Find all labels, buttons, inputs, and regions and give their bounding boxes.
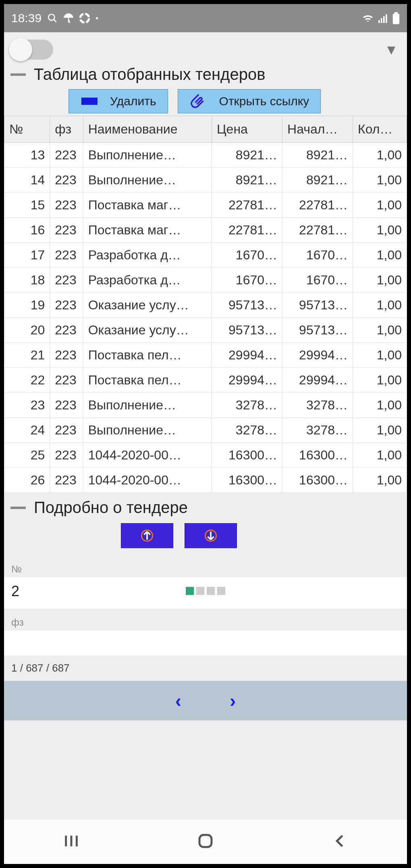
svg-rect-6	[386, 14, 387, 23]
cell-name: 1044-2020-00…	[83, 443, 212, 468]
svg-rect-8	[393, 14, 399, 24]
circle-icon	[79, 13, 90, 23]
col-header-name[interactable]: Наименование	[83, 116, 212, 143]
cell-no: 16	[4, 218, 50, 243]
system-nav-bar	[4, 820, 407, 864]
col-header-price[interactable]: Цена	[212, 116, 282, 143]
cell-start: 95713…	[282, 318, 353, 343]
recents-button[interactable]	[63, 833, 79, 851]
cell-fz: 223	[50, 218, 83, 243]
back-button[interactable]	[332, 833, 348, 851]
cell-no: 18	[4, 268, 50, 293]
cell-price: 8921…	[212, 168, 282, 193]
table-row[interactable]: 22223Поставка пел…29994…29994…1,00	[4, 368, 407, 393]
cell-price: 16300…	[212, 443, 282, 468]
cell-qty: 1,00	[353, 318, 407, 343]
table-section-title: Таблица отобранных тендеров	[34, 65, 265, 83]
col-header-qty[interactable]: Кол…	[353, 116, 407, 143]
cell-price: 3278…	[212, 393, 282, 418]
dropdown-caret[interactable]: ▼	[384, 42, 398, 58]
cell-no: 20	[4, 318, 50, 343]
svg-point-2	[80, 14, 89, 23]
open-link-button[interactable]: Открыть ссылку	[178, 89, 321, 113]
table-row[interactable]: 21223Поставка пел…29994…29994…1,00	[4, 343, 407, 368]
pager-prev[interactable]: ‹	[175, 690, 181, 712]
filter-toggle[interactable]	[10, 40, 53, 60]
home-button[interactable]	[197, 833, 214, 851]
field-fz-value[interactable]	[4, 630, 407, 655]
pager-bar: ‹ ›	[4, 681, 407, 720]
collapse-icon[interactable]	[10, 73, 26, 76]
cell-name: Разработка д…	[83, 268, 212, 293]
cell-name: Выполнение…	[83, 143, 212, 168]
cell-start: 95713…	[282, 293, 353, 318]
cell-price: 1670…	[212, 268, 282, 293]
table-row[interactable]: 15223Поставка маг…22781…22781…1,00	[4, 193, 407, 218]
cell-no: 19	[4, 293, 50, 318]
delete-button-label: Удалить	[110, 94, 156, 108]
next-record-button[interactable]	[185, 523, 237, 548]
wifi-icon	[362, 13, 374, 23]
cell-start: 1670…	[282, 268, 353, 293]
cell-qty: 1,00	[353, 368, 407, 393]
cell-start: 3278…	[282, 393, 353, 418]
delete-button[interactable]: Удалить	[68, 89, 168, 113]
field-fz-label: фз	[4, 609, 407, 630]
col-header-start[interactable]: Начал…	[282, 116, 353, 143]
cell-price: 95713…	[212, 318, 282, 343]
table-row[interactable]: 23223Выполнение…3278…3278…1,00	[4, 393, 407, 418]
prev-record-button[interactable]	[121, 523, 173, 548]
page-dots	[4, 587, 407, 595]
cell-start: 22781…	[282, 218, 353, 243]
cell-name: Оказание услу…	[83, 318, 212, 343]
table-row[interactable]: 24223Выполнение…3278…3278…1,00	[4, 418, 407, 443]
table-row[interactable]: 20223Оказание услу…95713…95713…1,00	[4, 318, 407, 343]
cell-start: 22781…	[282, 193, 353, 218]
svg-rect-7	[394, 12, 398, 14]
cell-name: Разработка д…	[83, 243, 212, 268]
table-row[interactable]: 252231044-2020-00…16300…16300…1,00	[4, 443, 407, 468]
record-counter: 1 / 687 / 687	[4, 655, 407, 681]
umbrella-icon	[63, 13, 74, 23]
attachment-icon	[189, 95, 208, 108]
cell-name: Поставка пел…	[83, 368, 212, 393]
dot-icon: •	[95, 14, 98, 23]
status-bar: 18:39 •	[4, 4, 407, 32]
cell-price: 29994…	[212, 343, 282, 368]
table-row[interactable]: 17223Разработка д…1670…1670…1,00	[4, 243, 407, 268]
table-row[interactable]: 18223Разработка д…1670…1670…1,00	[4, 268, 407, 293]
table-row[interactable]: 14223Выполнение…8921…8921…1,00	[4, 168, 407, 193]
cell-start: 29994…	[282, 368, 353, 393]
cell-fz: 223	[50, 268, 83, 293]
cell-no: 22	[4, 368, 50, 393]
cell-name: Выполнение…	[83, 168, 212, 193]
cell-start: 8921…	[282, 168, 353, 193]
cell-name: Поставка пел…	[83, 343, 212, 368]
cell-start: 8921…	[282, 143, 353, 168]
cell-price: 8921…	[212, 143, 282, 168]
cell-fz: 223	[50, 318, 83, 343]
cell-qty: 1,00	[353, 268, 407, 293]
cell-fz: 223	[50, 143, 83, 168]
cell-fz: 223	[50, 243, 83, 268]
collapse-icon[interactable]	[10, 507, 26, 509]
table-row[interactable]: 16223Поставка маг…22781…22781…1,00	[4, 218, 407, 243]
table-row[interactable]: 19223Оказание услу…95713…95713…1,00	[4, 293, 407, 318]
pager-next[interactable]: ›	[230, 690, 236, 712]
cell-qty: 1,00	[353, 443, 407, 468]
cell-no: 14	[4, 168, 50, 193]
table-row[interactable]: 262231044-2020-00…16300…16300…1,00	[4, 468, 407, 493]
cell-qty: 1,00	[353, 143, 407, 168]
cell-fz: 223	[50, 168, 83, 193]
cell-start: 1670…	[282, 243, 353, 268]
battery-icon	[392, 12, 400, 24]
col-header-no[interactable]: №	[4, 116, 50, 143]
cell-start: 16300…	[282, 443, 353, 468]
cell-qty: 1,00	[353, 168, 407, 193]
cell-fz: 223	[50, 468, 83, 493]
table-row[interactable]: 13223Выполнение…8921…8921…1,00	[4, 143, 407, 168]
cell-name: 1044-2020-00…	[83, 468, 212, 493]
col-header-fz[interactable]: фз	[50, 116, 83, 143]
cell-price: 22781…	[212, 218, 282, 243]
svg-rect-5	[383, 16, 385, 23]
